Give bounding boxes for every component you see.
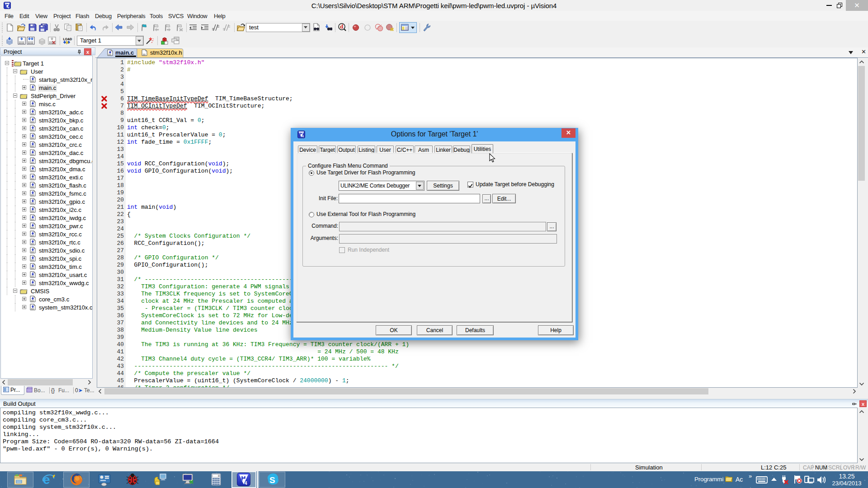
svg-text:d: d [340, 23, 344, 30]
svg-text:4: 4 [245, 481, 247, 486]
svg-text:LOAD: LOAD [63, 38, 72, 41]
svg-text:0: 0 [218, 474, 219, 478]
svg-text:S: S [269, 475, 275, 485]
